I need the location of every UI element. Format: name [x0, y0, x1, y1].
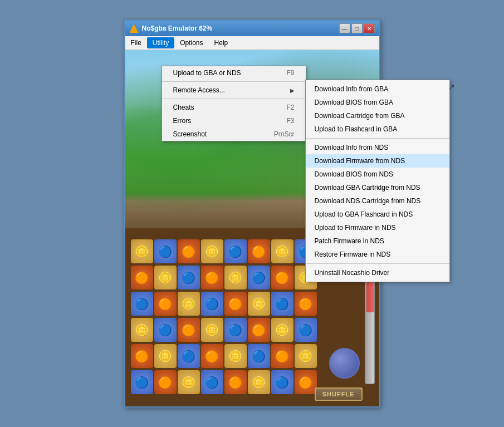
errors-item[interactable]: Errors F3: [162, 114, 306, 127]
puzzle-cell: 🟠: [295, 370, 317, 394]
puzzle-cell: 🟠: [248, 239, 270, 263]
puzzle-cell: 🪙: [178, 370, 200, 394]
menu-utility[interactable]: Utility: [147, 37, 174, 48]
upload-gba-nds-shortcut: F9: [286, 69, 294, 77]
uninstall-nocashio-item[interactable]: Uninstall Nocashio Driver: [306, 266, 449, 279]
upload-gba-nds-item[interactable]: Upload to GBA or NDS F9: [162, 66, 306, 80]
upload-flashcard-gba-item[interactable]: Upload to Flashcard in GBA: [306, 122, 449, 136]
emulator-window: No$gba Emulator 62% — □ ✕ File Utility O…: [124, 19, 380, 408]
puzzle-cell: 🟠: [131, 344, 153, 368]
patch-firmware-nds-item[interactable]: Patch Firmware in NDS: [306, 234, 449, 248]
title-buttons: — □ ✕: [339, 23, 375, 33]
download-firmware-nds-item[interactable]: Download Firmware from NDS ↗: [306, 154, 449, 168]
puzzle-cell: 🪙: [224, 344, 247, 368]
puzzle-cell: 🪙: [154, 266, 177, 289]
screenshot-shortcut: PrnScr: [274, 130, 295, 138]
puzzle-cell: 🪙: [201, 239, 223, 263]
puzzle-cell: 🔵: [224, 318, 247, 342]
puzzle-cell: 🪙: [131, 318, 153, 342]
screenshot-label: Screenshot: [173, 130, 207, 138]
download-cartridge-gba-item[interactable]: Download Cartridge from GBA: [306, 109, 449, 122]
puzzle-cell: 🟠: [224, 370, 247, 394]
puzzle-cell: 🟠: [154, 292, 177, 316]
puzzle-cell: 🔵: [248, 344, 270, 368]
puzzle-grid: 🪙 🔵 🟠 🪙 🔵 🟠 🪙 🔵 🟠 🪙 🔵 🟠 🪙 🔵 🟠: [125, 234, 322, 401]
separator-2: [162, 99, 306, 99]
cheats-shortcut: F2: [286, 104, 294, 111]
submenu-arrow-icon: ▶: [290, 87, 295, 94]
window-title: No$gba Emulator 62%: [142, 24, 213, 32]
title-bar: No$gba Emulator 62% — □ ✕: [125, 21, 379, 36]
puzzle-cell: 🔵: [154, 318, 177, 342]
puzzle-cell: 🔵: [154, 239, 177, 263]
puzzle-cell: 🔵: [248, 266, 270, 289]
menu-help[interactable]: Help: [209, 37, 234, 48]
cheats-item[interactable]: Cheats F2: [162, 101, 306, 114]
puzzle-cell: 🟠: [248, 318, 270, 342]
puzzle-cell: 🔵: [131, 292, 153, 316]
puzzle-cell: 🪙: [131, 239, 153, 263]
puzzle-cell: 🟠: [131, 266, 153, 289]
puzzle-cell: 🪙: [178, 292, 200, 316]
puzzle-cell: 🟠: [271, 266, 293, 289]
puzzle-cell: 🟠: [154, 370, 177, 394]
separator-1: [162, 81, 306, 82]
puzzle-cell: 🟠: [178, 239, 200, 263]
upload-gba-flashcard-nds-item[interactable]: Upload to GBA Flashcard in NDS: [306, 208, 449, 221]
puzzle-cell: 🪙: [248, 370, 270, 394]
remote-access-item[interactable]: Remote Access... ▶: [162, 84, 306, 97]
puzzle-cell: 🪙: [201, 318, 223, 342]
menu-file[interactable]: File: [125, 37, 147, 48]
puzzle-cell: 🔵: [131, 370, 153, 394]
minimize-button[interactable]: —: [339, 23, 350, 33]
download-info-nds-item[interactable]: Download Info from NDS: [306, 141, 449, 154]
maximize-button[interactable]: □: [351, 23, 363, 33]
remote-access-label: Remote Access...: [173, 86, 225, 94]
errors-shortcut: F3: [286, 117, 294, 125]
close-button[interactable]: ✕: [364, 23, 375, 33]
download-info-gba-item[interactable]: Download Info from GBA: [306, 82, 449, 96]
menu-options[interactable]: Options: [174, 37, 208, 48]
puzzle-cell: 🪙: [154, 344, 177, 368]
shuffle-button[interactable]: SHUFFLE: [315, 387, 363, 401]
content-area: 🪙 🔵 🟠 🪙 🔵 🟠 🪙 🔵 🟠 🪙 🔵 🟠 🪙 🔵 🟠: [125, 50, 379, 406]
download-gba-cartridge-nds-item[interactable]: Download GBA Cartridge from NDS: [306, 181, 449, 194]
cursor-icon: ↗: [448, 82, 455, 91]
title-bar-left: No$gba Emulator 62%: [130, 24, 213, 33]
puzzle-cell: 🔵: [271, 370, 293, 394]
puzzle-cell: 🔵: [295, 318, 317, 342]
puzzle-cell: 🟠: [178, 318, 200, 342]
download-bios-gba-item[interactable]: Download BIOS from GBA: [306, 96, 449, 109]
utility-dropdown: Upload to GBA or NDS F9 Remote Access...…: [162, 66, 306, 141]
download-bios-nds-item[interactable]: Download BIOS from NDS: [306, 168, 449, 181]
errors-label: Errors: [173, 117, 192, 125]
puzzle-cell: 🔵: [224, 239, 247, 263]
submenu-separator-1: [306, 138, 449, 139]
puzzle-cell: 🪙: [295, 344, 317, 368]
puzzle-cell: 🟠: [271, 344, 293, 368]
restore-firmware-nds-item[interactable]: Restore Firmware in NDS: [306, 248, 449, 261]
puzzle-cell: 🪙: [271, 318, 293, 342]
puzzle-cell: 🟠: [295, 292, 317, 316]
blue-circle-decoration: [329, 348, 360, 379]
puzzle-cell: 🔵: [201, 370, 223, 394]
upload-firmware-nds-item[interactable]: Upload to Firmware in NDS: [306, 221, 449, 234]
puzzle-cell: 🔵: [178, 344, 200, 368]
puzzle-cell: 🟠: [201, 344, 223, 368]
puzzle-cell: 🔵: [178, 266, 200, 289]
cheats-label: Cheats: [173, 104, 194, 111]
puzzle-cell: 🟠: [201, 266, 223, 289]
menu-bar: File Utility Options Help: [125, 36, 379, 50]
submenu-separator-2: [306, 263, 449, 264]
upload-gba-nds-label: Upload to GBA or NDS: [173, 69, 241, 77]
puzzle-cell: 🔵: [271, 292, 293, 316]
remote-access-submenu: Download Info from GBA Download BIOS fro…: [305, 80, 450, 282]
puzzle-cell: 🟠: [224, 292, 247, 316]
download-firmware-nds-label: Download Firmware from NDS: [315, 157, 405, 165]
puzzle-cell: 🔵: [201, 292, 223, 316]
puzzle-cell: 🪙: [224, 266, 247, 289]
download-nds-cartridge-nds-item[interactable]: Download NDS Cartridge from NDS: [306, 194, 449, 208]
app-icon: [130, 24, 139, 33]
screenshot-item[interactable]: Screenshot PrnScr: [162, 127, 306, 141]
puzzle-cell: 🪙: [248, 292, 270, 316]
